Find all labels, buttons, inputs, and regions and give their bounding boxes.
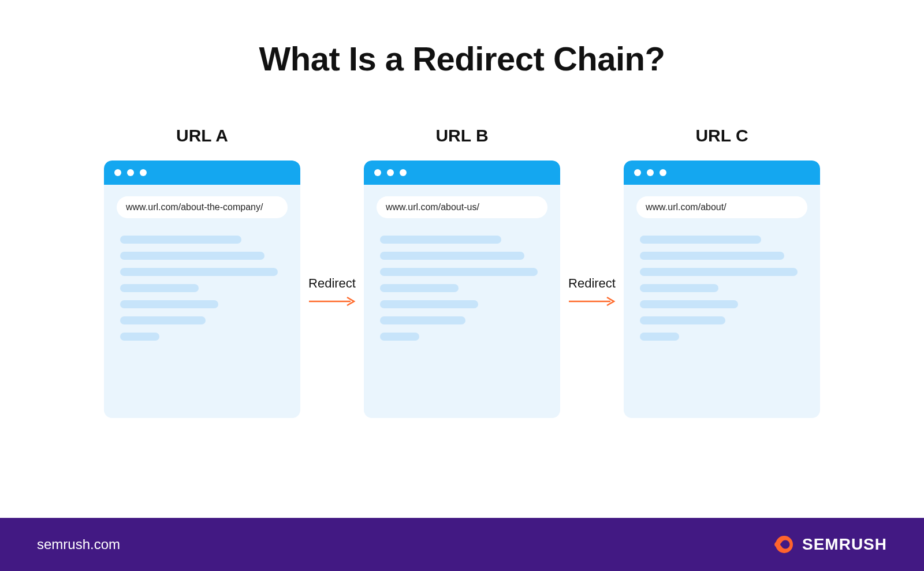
arrow-right-icon xyxy=(308,296,356,307)
placeholder-bar xyxy=(380,316,465,324)
placeholder-bar xyxy=(640,300,738,308)
window-dot-icon xyxy=(387,169,394,176)
placeholder-bar xyxy=(120,236,241,244)
window-dot-icon xyxy=(647,169,654,176)
content-placeholder xyxy=(624,218,820,341)
placeholder-bar xyxy=(120,268,278,276)
window-dot-icon xyxy=(374,169,381,176)
placeholder-bar xyxy=(380,252,524,260)
footer-bar: semrush.com SEMRUSH xyxy=(0,518,924,571)
arrow-right-icon xyxy=(568,296,616,307)
browser-column-1: URL Bwww.url.com/about-us/ xyxy=(364,126,560,418)
url-bar: www.url.com/about-us/ xyxy=(377,196,547,218)
browser-column-2: URL Cwww.url.com/about/ xyxy=(624,126,820,418)
placeholder-bar xyxy=(120,252,264,260)
url-bar: www.url.com/about/ xyxy=(636,196,807,218)
window-dot-icon xyxy=(634,169,641,176)
redirect-connector: Redirect xyxy=(300,126,364,307)
placeholder-bar xyxy=(640,333,679,341)
placeholder-bar xyxy=(640,316,725,324)
content-placeholder xyxy=(364,218,560,341)
content-placeholder xyxy=(104,218,300,341)
placeholder-bar xyxy=(120,333,159,341)
placeholder-bar xyxy=(380,300,478,308)
footer-url: semrush.com xyxy=(37,536,120,553)
brand-logo: SEMRUSH xyxy=(772,533,887,555)
placeholder-bar xyxy=(120,284,199,292)
placeholder-bar xyxy=(640,252,784,260)
placeholder-bar xyxy=(380,236,501,244)
browser-topbar xyxy=(364,161,560,185)
window-dot-icon xyxy=(127,169,134,176)
flame-icon xyxy=(772,533,794,555)
redirect-label: Redirect xyxy=(308,276,356,291)
placeholder-bar xyxy=(640,284,718,292)
redirect-label: Redirect xyxy=(568,276,616,291)
window-dot-icon xyxy=(400,169,407,176)
page-title: What Is a Redirect Chain? xyxy=(0,39,924,78)
browser-row: URL Awww.url.com/about-the-company/Redir… xyxy=(0,126,924,418)
placeholder-bar xyxy=(120,316,206,324)
brand-text: SEMRUSH xyxy=(802,535,887,554)
placeholder-bar xyxy=(640,268,798,276)
placeholder-bar xyxy=(640,236,761,244)
window-dot-icon xyxy=(114,169,121,176)
browser-window: www.url.com/about-us/ xyxy=(364,161,560,418)
browser-topbar xyxy=(624,161,820,185)
window-dot-icon xyxy=(140,169,147,176)
browser-topbar xyxy=(104,161,300,185)
column-label: URL A xyxy=(176,126,228,145)
url-bar: www.url.com/about-the-company/ xyxy=(117,196,288,218)
placeholder-bar xyxy=(380,268,538,276)
placeholder-bar xyxy=(380,284,459,292)
column-label: URL C xyxy=(695,126,748,145)
redirect-connector: Redirect xyxy=(560,126,624,307)
window-dot-icon xyxy=(660,169,666,176)
placeholder-bar xyxy=(120,300,218,308)
column-label: URL B xyxy=(435,126,488,145)
diagram-canvas: What Is a Redirect Chain? URL Awww.url.c… xyxy=(0,0,924,571)
placeholder-bar xyxy=(380,333,419,341)
browser-window: www.url.com/about/ xyxy=(624,161,820,418)
browser-window: www.url.com/about-the-company/ xyxy=(104,161,300,418)
browser-column-0: URL Awww.url.com/about-the-company/ xyxy=(104,126,300,418)
